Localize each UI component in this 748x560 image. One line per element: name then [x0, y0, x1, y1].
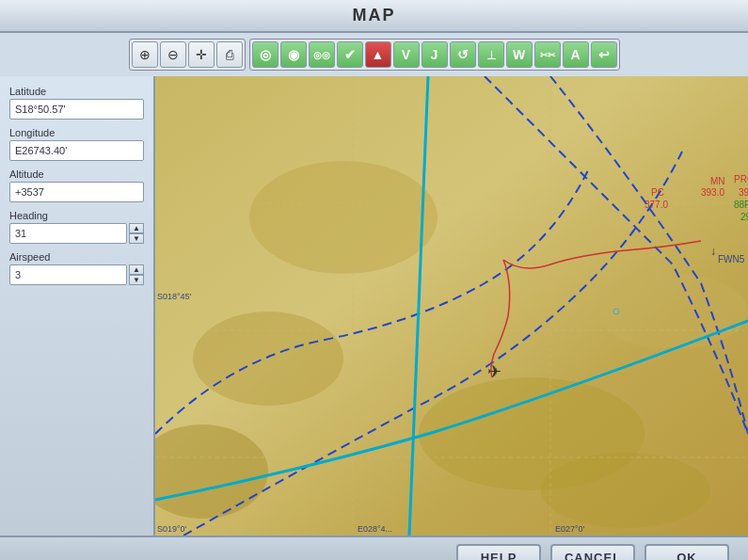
svg-text:↓: ↓: [710, 245, 716, 258]
longitude-input[interactable]: [9, 140, 144, 161]
svg-point-6: [541, 453, 710, 528]
heading-group: Heading ▲ ▼: [9, 210, 144, 244]
zoom-out-button[interactable]: ⊖: [160, 41, 186, 68]
svg-text:S019°0': S019°0': [157, 524, 187, 534]
map-tool-8[interactable]: ↺: [450, 41, 476, 68]
svg-text:FWN5: FWN5: [718, 254, 745, 264]
svg-text:PC: PC: [651, 187, 664, 198]
heading-spinner-group: ▲ ▼: [9, 223, 144, 244]
map-tool-3[interactable]: ◎◎: [309, 41, 335, 68]
map-tool-2[interactable]: ◉: [280, 41, 307, 68]
svg-text:393.0: 393.0: [701, 187, 724, 198]
left-panel: Latitude Longitude Altitude Heading ▲ ▼ …: [0, 76, 155, 536]
latitude-input[interactable]: [9, 99, 144, 120]
app-title: MAP: [353, 6, 396, 24]
heading-input[interactable]: [9, 223, 127, 244]
map-tool-1[interactable]: ◎: [252, 41, 279, 68]
airspeed-spinner: ▲ ▼: [129, 264, 144, 285]
heading-down-button[interactable]: ▼: [129, 233, 144, 244]
svg-text:E027°0': E027°0': [555, 524, 585, 534]
main-content: Latitude Longitude Altitude Heading ▲ ▼ …: [0, 76, 748, 536]
airspeed-up-button[interactable]: ▲: [129, 264, 144, 275]
svg-text:377.0: 377.0: [645, 200, 668, 210]
svg-text:394.50: 394.50: [739, 187, 748, 198]
map-tool-10[interactable]: W: [506, 41, 533, 68]
svg-text:PROWN: PROWN: [734, 174, 748, 184]
help-button[interactable]: HELP: [456, 544, 541, 561]
map-svg: ✈ ↓ MN 393.0 PC 377.0 PROWN 394.50 88F/8…: [155, 76, 748, 536]
svg-text:✈: ✈: [487, 362, 501, 381]
bottom-bar: HELP CANCEL OK: [0, 536, 748, 560]
heading-label: Heading: [9, 210, 144, 221]
map-area[interactable]: ✈ ↓ MN 393.0 PC 377.0 PROWN 394.50 88F/8…: [155, 76, 748, 536]
map-tool-6[interactable]: V: [393, 41, 420, 68]
latitude-label: Latitude: [9, 86, 144, 97]
altitude-label: Altitude: [9, 168, 144, 180]
svg-text:29.99: 29.99: [740, 212, 748, 222]
pan-button[interactable]: ✛: [188, 41, 215, 68]
title-bar: MAP: [0, 0, 748, 33]
map-tool-4[interactable]: ✔: [337, 41, 363, 68]
heading-spinner: ▲ ▼: [129, 223, 144, 244]
nav-tool-group: ⊕ ⊖ ✛ ⎙: [129, 39, 246, 71]
map-tool-group: ◎ ◉ ◎◎ ✔ ▲ V J ↺ ⟂ W ✂✂ A ↩: [249, 39, 620, 71]
longitude-label: Longitude: [9, 127, 144, 138]
map-tool-13[interactable]: ↩: [591, 41, 617, 68]
longitude-group: Longitude: [9, 127, 144, 161]
airspeed-group: Airspeed ▲ ▼: [9, 251, 144, 285]
map-tool-7[interactable]: J: [422, 41, 448, 68]
map-tool-12[interactable]: A: [563, 41, 589, 68]
svg-point-1: [193, 312, 343, 406]
altitude-input[interactable]: [9, 182, 144, 202]
airspeed-input[interactable]: [9, 264, 127, 285]
svg-text:S018°45': S018°45': [157, 292, 192, 301]
svg-text:88F/86F: 88F/86F: [734, 200, 748, 210]
toolbar: ⊕ ⊖ ✛ ⎙ ◎ ◉ ◎◎ ✔ ▲ V J ↺ ⟂ W ✂✂ A ↩: [0, 33, 748, 76]
svg-point-4: [249, 161, 438, 274]
map-tool-9[interactable]: ⟂: [478, 41, 504, 68]
airspeed-label: Airspeed: [9, 251, 144, 263]
zoom-in-button[interactable]: ⊕: [132, 41, 158, 68]
map-tool-5[interactable]: ▲: [365, 41, 391, 68]
heading-up-button[interactable]: ▲: [129, 223, 144, 233]
print-button[interactable]: ⎙: [216, 41, 243, 68]
map-tool-11[interactable]: ✂✂: [534, 41, 561, 68]
altitude-group: Altitude: [9, 168, 144, 202]
svg-point-3: [597, 274, 748, 349]
airspeed-spinner-group: ▲ ▼: [9, 264, 144, 285]
svg-text:MN: MN: [710, 176, 725, 186]
svg-text:E028°4...: E028°4...: [358, 524, 392, 534]
airspeed-down-button[interactable]: ▼: [129, 275, 144, 285]
ok-button[interactable]: OK: [645, 544, 729, 561]
latitude-group: Latitude: [9, 86, 144, 120]
cancel-button[interactable]: CANCEL: [550, 544, 635, 561]
